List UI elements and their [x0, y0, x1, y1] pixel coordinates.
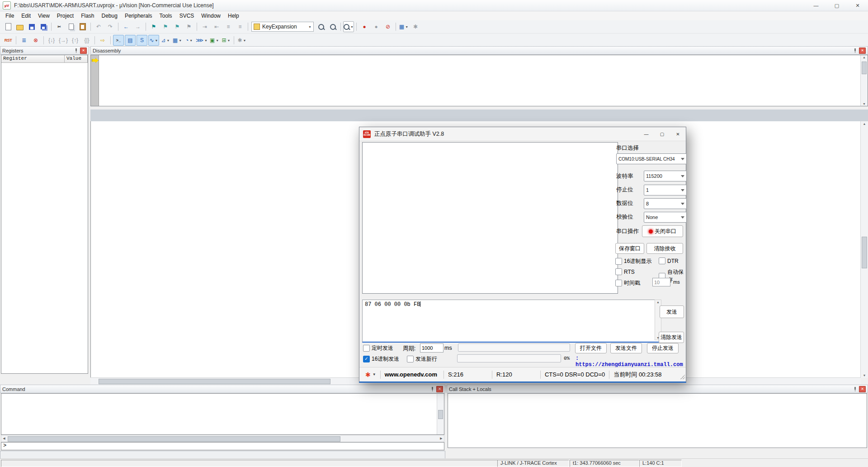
toolbox-button[interactable]: ⊞▼: [221, 35, 231, 46]
toggle-bookmark-button[interactable]: ⚑: [148, 21, 159, 32]
command-input[interactable]: >: [1, 442, 444, 450]
system-viewer-button[interactable]: ▣▼: [209, 35, 220, 46]
period-input[interactable]: 1000: [420, 343, 443, 353]
save-all-button[interactable]: [38, 21, 49, 32]
close-icon[interactable]: ✕: [859, 386, 866, 392]
scrollbar-thumb[interactable]: [8, 436, 340, 442]
menu-peripherals[interactable]: Peripherals: [121, 11, 156, 20]
send-input[interactable]: 87 06 00 00 0b FB: [362, 300, 660, 343]
tmall-link[interactable]: : https://zhengdianyuanzi.tmall.com: [576, 355, 686, 368]
menu-project[interactable]: Project: [53, 11, 77, 20]
indent-left-button[interactable]: ⇤: [211, 21, 222, 32]
keyexpansion-combo[interactable]: KeyExpansion▼: [251, 22, 314, 32]
debug-settings-button[interactable]: ✱▼: [236, 35, 247, 46]
redo-button[interactable]: ↷: [105, 21, 116, 32]
open-file-button[interactable]: 打开文件: [575, 343, 607, 353]
xcom-minimize-button[interactable]: —: [638, 127, 654, 141]
copy-button[interactable]: [66, 21, 76, 32]
hex-display-checkbox[interactable]: 16进制显示: [615, 257, 651, 265]
step-out-button[interactable]: {↑}: [70, 35, 80, 46]
navigate-forward-button[interactable]: →: [132, 21, 143, 32]
step-over-button[interactable]: {→}: [58, 35, 69, 46]
hex-send-checkbox[interactable]: ✓16进制发送: [363, 355, 399, 363]
menu-tools[interactable]: Tools: [156, 11, 176, 20]
minimize-button[interactable]: —: [806, 0, 826, 11]
clear-send-button[interactable]: 清除发送: [659, 332, 684, 343]
run-button[interactable]: ≣: [19, 35, 29, 46]
openedv-site[interactable]: www.openedv.com: [385, 371, 437, 378]
clear-receive-button[interactable]: 清除接收: [646, 243, 683, 254]
kill-breakpoints-button[interactable]: ⊘: [382, 21, 393, 32]
menu-window[interactable]: Window: [198, 11, 224, 20]
menu-view[interactable]: View: [34, 11, 53, 20]
save-window-button[interactable]: 保存窗口: [615, 243, 644, 254]
find-button[interactable]: [327, 21, 338, 32]
baud-dropdown[interactable]: 115200: [644, 171, 687, 181]
close-button[interactable]: ✕: [847, 0, 868, 11]
analysis-window-button[interactable]: ⊿▼: [160, 35, 171, 46]
comment-selection-button[interactable]: ≡: [223, 21, 234, 32]
scrollbar-thumb[interactable]: [99, 379, 330, 384]
dtr-checkbox[interactable]: DTR: [659, 257, 679, 264]
command-window-button[interactable]: >_: [113, 35, 124, 46]
command-vscrollbar[interactable]: [437, 394, 444, 434]
serial-window-button[interactable]: ∿▼: [148, 35, 159, 46]
step-into-button[interactable]: {↓}: [46, 35, 57, 46]
scrollbar-thumb[interactable]: [438, 410, 443, 419]
command-hscrollbar[interactable]: ◀ ▶: [1, 435, 444, 442]
scroll-up-icon[interactable]: ▲: [861, 56, 868, 59]
databits-dropdown[interactable]: 8: [644, 198, 687, 209]
incremental-find-button[interactable]: ▼: [343, 21, 354, 32]
reset-cpu-button[interactable]: RST: [3, 35, 14, 46]
disassembly-vscrollbar[interactable]: ▲ ▼: [860, 55, 868, 106]
close-icon[interactable]: ✕: [436, 386, 443, 392]
timestamp-interval-input[interactable]: 10: [652, 278, 670, 286]
resize-grip[interactable]: [680, 375, 685, 379]
scroll-down-icon[interactable]: ▼: [861, 102, 868, 105]
next-bookmark-button[interactable]: ⚑: [172, 21, 183, 32]
run-to-cursor-button[interactable]: {|}: [81, 35, 92, 46]
menu-help[interactable]: Help: [224, 11, 243, 20]
command-output[interactable]: [1, 393, 444, 435]
value-column-header[interactable]: Value: [65, 55, 88, 63]
undo-button[interactable]: ↶: [93, 21, 104, 32]
prev-bookmark-button[interactable]: ⚑: [160, 21, 171, 32]
paste-button[interactable]: [77, 21, 88, 32]
watch-window-button[interactable]: ◔▼: [184, 35, 194, 46]
uncomment-selection-button[interactable]: ≡: [235, 21, 245, 32]
xcom-maximize-button[interactable]: ▢: [654, 127, 670, 141]
configure-tools-button[interactable]: ✱: [410, 21, 421, 32]
insert-breakpoint-button[interactable]: ●: [359, 21, 370, 32]
save-file-button[interactable]: [26, 21, 37, 32]
window-layout-button[interactable]: ▦▼: [398, 21, 409, 32]
editor-vscrollbar[interactable]: ▲ ▼: [860, 121, 868, 378]
scrollbar-thumb[interactable]: [862, 62, 867, 74]
cut-button[interactable]: ✂: [54, 21, 65, 32]
stop-send-button[interactable]: 停止发送: [647, 343, 679, 353]
menu-svcs[interactable]: SVCS: [176, 11, 198, 20]
close-port-button[interactable]: 关闭串口: [642, 225, 683, 237]
pin-icon[interactable]: [430, 386, 434, 392]
register-column-header[interactable]: Register: [1, 55, 65, 63]
xcom-titlebar[interactable]: ATKXCOM 正点原子串口调试助手 V2.8 —▢✕: [359, 127, 686, 141]
memory-window-button[interactable]: ▦▼: [172, 35, 183, 46]
find-in-files-button[interactable]: [316, 21, 326, 32]
scroll-right-icon[interactable]: ▶: [439, 437, 443, 440]
send-file-button[interactable]: 发送文件: [610, 343, 642, 353]
send-newline-checkbox[interactable]: 发送新行: [407, 355, 437, 363]
chevron-down-icon[interactable]: ▼: [373, 372, 376, 376]
trace-window-button[interactable]: ⋙▼: [195, 35, 208, 46]
symbol-window-button[interactable]: S: [137, 35, 147, 46]
menu-flash[interactable]: Flash: [77, 11, 98, 20]
parity-dropdown[interactable]: None: [644, 212, 687, 223]
gear-icon[interactable]: ✱: [365, 371, 371, 378]
pin-icon[interactable]: [74, 48, 78, 53]
scroll-left-icon[interactable]: ◀: [2, 437, 6, 440]
close-icon[interactable]: ✕: [80, 48, 87, 54]
menu-edit[interactable]: Edit: [18, 11, 34, 20]
pin-icon[interactable]: [853, 386, 857, 392]
disassembly-listing[interactable]: [99, 55, 860, 106]
rts-checkbox[interactable]: RTS: [615, 268, 635, 275]
menu-debug[interactable]: Debug: [98, 11, 121, 20]
navigate-back-button[interactable]: ←: [121, 21, 132, 32]
